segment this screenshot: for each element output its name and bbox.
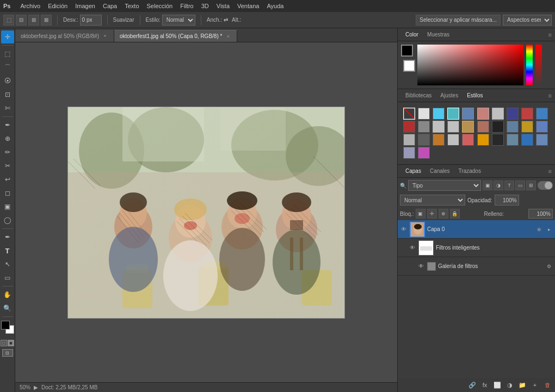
- style-swatch-1[interactable]: [418, 108, 430, 120]
- foreground-color[interactable]: [1, 321, 10, 329]
- style-swatch-21[interactable]: [418, 134, 430, 146]
- tab-2[interactable]: oktoberfest1.jpg al 50% (Capa 0, RGB/8) …: [114, 30, 237, 42]
- gallery-settings[interactable]: ⚙: [545, 263, 553, 270]
- layer-adj-btn[interactable]: ◑: [504, 380, 515, 390]
- layer-eye-gallery[interactable]: 👁: [417, 263, 425, 270]
- fg-color-swatch[interactable]: [401, 45, 413, 57]
- tab-trazados[interactable]: Trazados: [454, 166, 485, 176]
- layer-new-btn[interactable]: +: [529, 380, 540, 390]
- style-swatch-11[interactable]: [418, 121, 430, 133]
- lock-move[interactable]: ✛: [427, 209, 437, 219]
- layer-fx-btn[interactable]: fx: [479, 380, 490, 390]
- color-gradient-main[interactable]: [417, 45, 523, 85]
- lock-pixels[interactable]: ▣: [416, 209, 425, 219]
- swap-icon[interactable]: ⇄: [224, 16, 230, 24]
- alpha-slider[interactable]: [535, 45, 542, 85]
- tool-move[interactable]: ✛: [1, 30, 14, 43]
- style-swatch-7[interactable]: [507, 108, 519, 120]
- style-swatch-30[interactable]: [403, 147, 415, 159]
- color-swatches[interactable]: [1, 321, 14, 336]
- filter-toggle[interactable]: [538, 181, 553, 190]
- filter-adj[interactable]: ◑: [494, 181, 503, 190]
- style-swatch-14[interactable]: [462, 121, 474, 133]
- style-swatch-29[interactable]: [536, 134, 548, 146]
- lock-artboards[interactable]: ⊕: [439, 209, 448, 219]
- tool-hand[interactable]: ✋: [1, 288, 14, 301]
- tool-slice[interactable]: ✄: [1, 102, 14, 115]
- layer-row-gallery[interactable]: 👁 Galería de filtros ⚙: [398, 257, 555, 276]
- style-swatch-13[interactable]: [447, 121, 459, 133]
- layer-row-capa0[interactable]: 👁 Capa 0 ⊕ ▸: [398, 220, 555, 239]
- menu-edicion[interactable]: Edición: [48, 3, 67, 9]
- style-swatch-19[interactable]: [536, 121, 548, 133]
- tab-bibliotecas[interactable]: Bibliotecas: [401, 91, 436, 100]
- menu-seleccion[interactable]: Selección: [147, 3, 173, 9]
- layers-panel-menu[interactable]: ≡: [548, 168, 552, 175]
- mask-button[interactable]: Seleccionar y aplicar máscara...: [416, 15, 501, 26]
- menu-3d[interactable]: 3D: [201, 3, 209, 9]
- style-swatch-22[interactable]: [433, 134, 445, 146]
- tool-shape[interactable]: ▭: [1, 271, 14, 284]
- desv-input[interactable]: [80, 15, 102, 26]
- layer-expand[interactable]: ▸: [545, 226, 553, 233]
- style-swatch-31[interactable]: [418, 147, 430, 159]
- tool-text[interactable]: T: [1, 244, 14, 257]
- tool-lasso[interactable]: ⌒: [1, 61, 14, 74]
- style-swatch-3[interactable]: [447, 108, 459, 120]
- lock-all[interactable]: 🔒: [450, 209, 460, 219]
- filter-shape[interactable]: ▭: [515, 181, 525, 190]
- quick-mask-on[interactable]: ◼: [8, 340, 14, 346]
- menu-vista[interactable]: Vista: [217, 3, 230, 9]
- tab-estilos[interactable]: Estilos: [462, 91, 487, 100]
- tool-zoom[interactable]: 🔍: [1, 302, 14, 315]
- menu-texto[interactable]: Texto: [125, 3, 139, 9]
- layer-link-btn[interactable]: 🔗: [467, 380, 478, 390]
- style-swatch-6[interactable]: [492, 108, 504, 120]
- style-swatch-12[interactable]: [433, 121, 445, 133]
- quick-mask-off[interactable]: ◻: [1, 340, 7, 346]
- tab-1-close[interactable]: ×: [102, 33, 108, 39]
- style-swatch-25[interactable]: [477, 134, 489, 146]
- tool-gradient[interactable]: ▣: [1, 200, 14, 213]
- marquee-btn-4[interactable]: ⊠: [41, 15, 52, 26]
- aspects-select[interactable]: Aspectos esen.: [503, 15, 552, 26]
- style-swatch-18[interactable]: [521, 121, 533, 133]
- fill-input[interactable]: [528, 209, 553, 219]
- tool-spot-heal[interactable]: ⊕: [1, 132, 14, 145]
- menu-imagen[interactable]: Imagen: [75, 3, 95, 9]
- tab-1[interactable]: oktoberfest.jpg al 50% (RGB/8#) ×: [15, 30, 114, 42]
- style-swatch-8[interactable]: [521, 108, 533, 120]
- tab-2-close[interactable]: ×: [225, 33, 231, 40]
- marquee-btn-2[interactable]: ⊟: [16, 15, 27, 26]
- hue-slider[interactable]: [526, 45, 533, 85]
- layer-eye-capa0[interactable]: 👁: [400, 226, 408, 233]
- layer-row-filters[interactable]: 👁 Filtros inteligentes: [398, 239, 555, 257]
- layer-group-btn[interactable]: 📁: [517, 380, 528, 390]
- color-panel-menu[interactable]: ≡: [548, 32, 552, 38]
- style-swatch-2[interactable]: [433, 108, 445, 120]
- styles-panel-menu[interactable]: ≡: [548, 92, 552, 99]
- tab-canales[interactable]: Canales: [425, 166, 454, 176]
- estilo-select[interactable]: Normal Fijo: [162, 15, 195, 26]
- style-swatch-27[interactable]: [507, 134, 519, 146]
- style-swatch-16[interactable]: [492, 121, 504, 133]
- menu-capa[interactable]: Capa: [103, 3, 117, 9]
- layers-list[interactable]: 👁 Capa 0 ⊕ ▸ 👁: [398, 220, 555, 378]
- menu-ayuda[interactable]: Ayuda: [267, 3, 283, 9]
- tool-path-select[interactable]: ↖: [1, 258, 14, 271]
- style-swatch-20[interactable]: [403, 134, 415, 146]
- tab-capas[interactable]: Capas: [401, 166, 425, 176]
- menu-archivo[interactable]: Archivo: [20, 3, 40, 9]
- bg-color-swatch[interactable]: [403, 60, 415, 72]
- marquee-btn-1[interactable]: ⬚: [3, 15, 14, 26]
- canvas-content[interactable]: [15, 42, 397, 382]
- tool-eyedropper[interactable]: ✒: [1, 119, 14, 132]
- style-swatch-5[interactable]: [477, 108, 489, 120]
- tab-muestras[interactable]: Muestras: [423, 30, 454, 39]
- screen-mode-btn[interactable]: ⊡: [2, 349, 13, 357]
- tab-ajustes[interactable]: Ajustes: [436, 91, 462, 100]
- tab-color[interactable]: Color: [401, 30, 423, 39]
- menu-filtro[interactable]: Filtro: [180, 3, 193, 9]
- tool-eraser[interactable]: ◻: [1, 186, 14, 200]
- marquee-btn-3[interactable]: ⊞: [28, 15, 39, 26]
